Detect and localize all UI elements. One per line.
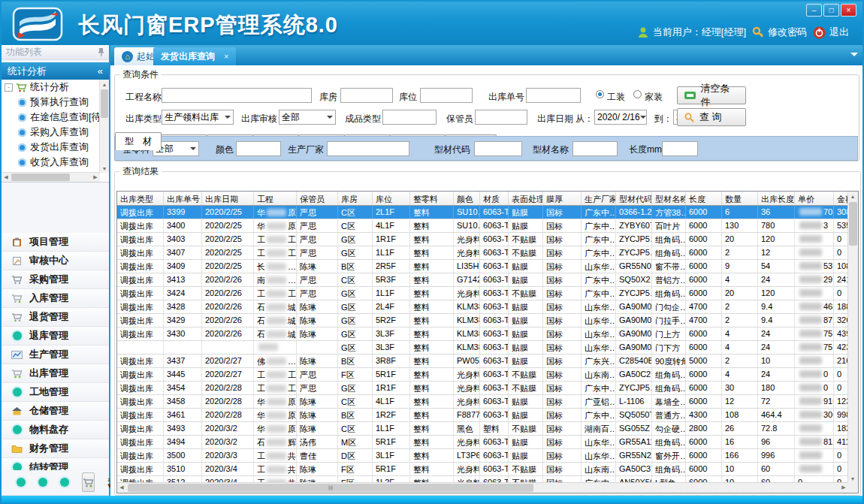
table-row[interactable]: 调拨出库34612020/2/28华原…陈琳B区1R2F整料F8877FT606… — [117, 409, 848, 422]
table-row[interactable]: 调拨出库34582020/2/28华原…陈琳C区4L1F整料光身料6063-T5… — [117, 395, 848, 409]
sidebar-item-物料盘存[interactable]: 物料盘存 — [2, 421, 109, 439]
warehouse-input[interactable] — [340, 88, 393, 103]
column-header[interactable]: 出库类型 — [117, 192, 164, 205]
module-dot-icon[interactable] — [17, 478, 26, 487]
order-no-input[interactable] — [526, 88, 581, 103]
grid-vscrollbar[interactable]: ▲▼ — [847, 192, 858, 483]
out-type-combo[interactable]: 生产领料出库 — [162, 110, 234, 125]
date-from-picker[interactable]: 2020/ 2/16 — [594, 110, 647, 125]
tree-hscrollbar[interactable]: ◀▶ — [2, 172, 100, 182]
project-name-input[interactable] — [162, 88, 312, 103]
maximize-button[interactable]: □ — [823, 4, 839, 17]
tree-item[interactable]: 预算执行查询 — [2, 95, 100, 110]
sidebar-item-生产管理[interactable]: 生产管理 — [2, 346, 109, 364]
cell: 6063-T5 — [480, 260, 509, 273]
table-row[interactable]: 调拨出库34002020/2/25华原…严思C区4L1F整料SU10…6063-… — [117, 219, 848, 233]
keeper-input[interactable] — [475, 110, 527, 125]
table-row[interactable]: 调拨出库34032020/2/25工工程严思G区1R1F整料光身料6063-T5… — [117, 233, 848, 246]
tab-shipping-query[interactable]: 发货出库查询 × — [153, 47, 236, 65]
column-header[interactable]: 库房 — [338, 192, 373, 205]
table-row[interactable]: 调拨出库34132020/2/26南…严思C区5R3F整料G714226063-… — [117, 273, 848, 287]
table-row[interactable]: 调拨出库34942020/3/2石辉城汤伟M区5R1F整料光身料6063-T5贴… — [117, 436, 848, 449]
tree-expander-icon[interactable]: - — [5, 83, 13, 92]
table-row[interactable]: 调拨出库34282020/2/26石城陈琳G区2L4F整料KLM38176063… — [117, 300, 848, 314]
table-row[interactable]: 调拨出库34302020/2/26石城陈琳G区3L3F整料KLM38176063… — [117, 327, 848, 341]
sidebar-item-财务管理[interactable]: 财务管理 — [2, 439, 109, 458]
minimize-button[interactable]: – — [806, 4, 822, 17]
profile-code-input[interactable] — [474, 141, 522, 156]
column-header[interactable]: 生产厂家 — [582, 192, 616, 205]
table-row[interactable]: 调拨出库34932020/3/2华原…陈琳C区1L1F整料黑色塑料不贴膜国标湖南… — [117, 422, 848, 436]
change-password-button[interactable]: 修改密码 — [752, 26, 807, 39]
location-input[interactable] — [420, 88, 473, 103]
sidebar-item-出库管理[interactable]: 出库管理 — [2, 364, 109, 383]
column-header[interactable]: 数量 — [722, 192, 758, 205]
table-row[interactable]: 调拨出库34372020/2/27佛…陈琳B区3R8F整料PW056063-T5… — [117, 355, 848, 368]
logout-button[interactable]: 退出 — [813, 26, 849, 39]
table-row[interactable]: G区3L3F整料KLM38176063-T5贴膜国标山东华…GA90M09…门下… — [117, 341, 848, 355]
collapse-icon[interactable]: « — [98, 65, 103, 77]
length-input[interactable] — [662, 141, 698, 156]
color-input[interactable] — [236, 141, 281, 156]
column-header[interactable]: 整零料 — [410, 192, 454, 205]
cell: 光身料 — [454, 382, 480, 394]
module-dot-icon[interactable] — [38, 478, 47, 487]
table-row[interactable]: 调拨出库34542020/2/28工工程严思G区1R1F整料光身料6063-T5… — [117, 382, 848, 395]
column-header[interactable]: 出库长度 — [758, 192, 795, 205]
sidebar-item-仓储管理[interactable]: 仓储管理 — [2, 402, 109, 421]
material-tab-0[interactable]: 型 材 — [115, 132, 162, 150]
column-header[interactable]: 出库单号 — [164, 192, 202, 205]
sidebar-item-入库管理[interactable]: 入库管理 — [2, 289, 109, 308]
sidebar-item-退货管理[interactable]: 退货管理 — [2, 308, 109, 327]
column-header[interactable]: 颜色 — [454, 192, 480, 205]
column-header[interactable]: 出库日期 — [202, 192, 254, 205]
column-header[interactable]: 材质 — [480, 192, 509, 205]
tab-close-icon[interactable]: × — [224, 52, 228, 61]
table-row[interactable]: 调拨出库34452020/2/27工工程严思F区5R1F整料光身料6063-T5… — [117, 368, 848, 382]
tree-vscrollbar[interactable]: ▲▼ — [99, 80, 109, 173]
cell: 不贴膜 — [509, 422, 543, 435]
maker-input[interactable] — [327, 141, 409, 156]
table-row[interactable]: 调拨出库35002020/3/3工共工程曹佳D区3L1F整料LT3P606063… — [117, 449, 848, 463]
table-row[interactable]: 调拨出库33992020/2/25华原…严思C区2L1F整料SU10…6063-… — [117, 206, 848, 219]
tree-item[interactable]: 收货入库查询 — [2, 155, 100, 170]
sidebar-item-项目管理[interactable]: 项目管理 — [2, 233, 109, 252]
column-header[interactable]: 单价 — [795, 192, 834, 205]
column-header[interactable]: 表面处理 — [509, 192, 543, 205]
column-header[interactable]: 工程 — [254, 192, 297, 205]
sidebar-item-采购管理[interactable]: 采购管理 — [2, 270, 109, 289]
tree-item[interactable]: 采购入库查询 — [2, 125, 100, 140]
stats-panel-header[interactable]: 统计分析 « — [2, 62, 109, 80]
table-row[interactable]: 调拨出库35102020/3/4工共工程陈琳F区5R1F整料光身料6063-T5… — [117, 463, 848, 476]
tree-item[interactable]: 发货出库查询 — [2, 140, 100, 155]
module-dot-icon[interactable] — [60, 478, 69, 487]
close-button[interactable]: × — [841, 4, 856, 17]
product-type-input[interactable] — [382, 110, 437, 125]
column-header[interactable]: 库位 — [373, 192, 410, 205]
home-decor-radio[interactable] — [633, 90, 642, 98]
tree-root[interactable]: - 统计分析 — [2, 80, 100, 95]
audit-combo[interactable]: 全部 — [279, 110, 336, 125]
module-cart-button[interactable] — [82, 472, 95, 492]
clear-conditions-button[interactable]: 清空条件 — [677, 86, 746, 104]
tab-list-dropdown-icon[interactable] — [850, 53, 858, 60]
sidebar-item-审核中心[interactable]: 审核中心 — [2, 252, 109, 270]
sidebar-item-工地管理[interactable]: 工地管理 — [2, 383, 109, 402]
table-row[interactable]: 调拨出库34072020/2/25工工程严思G区1L1F整料光身料6063-T5… — [117, 246, 848, 260]
pin-icon[interactable] — [98, 48, 104, 56]
grid-hscrollbar[interactable]: ◀⦀⦀▶ — [117, 482, 848, 493]
tree-item[interactable]: 在途信息查询[待 — [2, 110, 100, 125]
table-row[interactable]: 调拨出库34092020/2/25长…陈琳B区2R5F整料LI35HD6063-… — [117, 260, 848, 273]
sidebar-item-退库管理[interactable]: 退库管理 — [2, 327, 109, 346]
column-header[interactable]: 长度 — [686, 192, 722, 205]
home-decor-radio-label: 家装 — [645, 91, 663, 104]
column-header[interactable]: 型材代码 — [616, 192, 652, 205]
industrial-radio[interactable] — [596, 90, 604, 98]
column-header[interactable]: 型材名称 — [652, 192, 686, 205]
column-header[interactable]: 膜厚 — [543, 192, 582, 205]
column-header[interactable]: 保管员 — [297, 192, 338, 205]
profile-name-input[interactable] — [572, 141, 618, 156]
search-button[interactable]: 查 询 — [677, 108, 746, 126]
table-row[interactable]: 调拨出库34242020/2/26工工程严思G区1L1F整料光身料6063-T5… — [117, 287, 848, 300]
table-row[interactable]: 调拨出库34292020/2/26石城陈琳G区5R2F整料KLM38176063… — [117, 314, 848, 327]
